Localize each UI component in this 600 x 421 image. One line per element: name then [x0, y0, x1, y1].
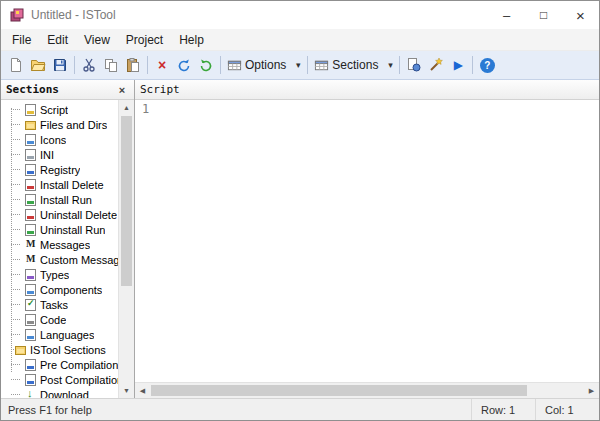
- scroll-left-icon[interactable]: [135, 383, 150, 398]
- tree-item-files-and-dirs[interactable]: Files and Dirs: [1, 117, 118, 132]
- tree-item-label: ISTool Sections: [30, 344, 106, 356]
- tree-item-install-run[interactable]: Install Run: [1, 192, 118, 207]
- menu-item-file[interactable]: File: [4, 29, 39, 50]
- toolbar-separator: [399, 56, 400, 74]
- tree-item-messages[interactable]: Messages: [1, 237, 118, 252]
- tree-item-tasks[interactable]: Tasks: [1, 297, 118, 312]
- sections-panel-title: Sections: [6, 83, 59, 96]
- save-button[interactable]: [49, 54, 71, 76]
- options-grid-icon: [227, 58, 242, 73]
- tree-item-label: Download: [40, 389, 89, 399]
- tree-item-pre-compilation-s[interactable]: Pre Compilation S: [1, 357, 118, 372]
- code-icon: [25, 314, 36, 326]
- sections-dropdown-caret[interactable]: [384, 54, 396, 76]
- menu-item-view[interactable]: View: [76, 29, 118, 50]
- menu-item-project[interactable]: Project: [118, 29, 171, 50]
- close-button[interactable]: [562, 1, 599, 29]
- delete-icon: ×: [158, 58, 166, 72]
- editor-horizontal-scrollbar[interactable]: [135, 382, 599, 398]
- panel-close-icon[interactable]: [115, 84, 129, 96]
- title-bar: Untitled - ISTool: [1, 1, 599, 29]
- script-editor-panel: Script 1: [135, 80, 599, 398]
- post-compile-icon: [25, 374, 36, 386]
- run-setup-button[interactable]: [447, 54, 469, 76]
- tree-item-label: Types: [40, 269, 69, 281]
- tree-item-label: Install Run: [40, 194, 92, 206]
- help-button[interactable]: [476, 54, 498, 76]
- scroll-down-icon[interactable]: [119, 383, 134, 398]
- tree-item-download[interactable]: Download: [1, 387, 118, 398]
- install-delete-icon: [25, 179, 36, 191]
- tree-item-label: Post Compilation: [40, 374, 118, 386]
- scrollbar-thumb[interactable]: [151, 385, 527, 396]
- delete-button[interactable]: ×: [151, 54, 173, 76]
- tree-item-istool-sections[interactable]: ISTool Sections: [1, 342, 118, 357]
- menu-item-help[interactable]: Help: [171, 29, 212, 50]
- tree-item-post-compilation[interactable]: Post Compilation: [1, 372, 118, 387]
- cut-button[interactable]: [78, 54, 100, 76]
- tree-item-label: Tasks: [40, 299, 68, 311]
- save-icon: [52, 57, 68, 73]
- menu-item-edit[interactable]: Edit: [39, 29, 76, 50]
- options-dropdown-caret[interactable]: [292, 54, 304, 76]
- cut-icon: [81, 57, 97, 73]
- sections-panel: Sections ScriptFiles and DirsIconsINIReg…: [1, 80, 135, 398]
- undo-button[interactable]: [173, 54, 195, 76]
- scrollbar-thumb[interactable]: [121, 116, 132, 286]
- sections-button-label: Sections: [332, 58, 378, 72]
- tree-item-custom-message[interactable]: Custom Message: [1, 252, 118, 267]
- app-icon: [9, 7, 25, 23]
- toolbar-separator: [220, 56, 221, 74]
- undo-icon: [176, 57, 192, 73]
- tree-item-code[interactable]: Code: [1, 312, 118, 327]
- new-icon: [8, 57, 24, 73]
- copy-button[interactable]: [100, 54, 122, 76]
- new-button[interactable]: [5, 54, 27, 76]
- tree-item-registry[interactable]: Registry: [1, 162, 118, 177]
- tree-item-types[interactable]: Types: [1, 267, 118, 282]
- toolbar: × Options: [1, 51, 599, 80]
- copy-icon: [103, 57, 119, 73]
- main-area: Sections ScriptFiles and DirsIconsINIReg…: [1, 80, 599, 398]
- tree-item-label: Uninstall Run: [40, 224, 105, 236]
- tree-item-label: Code: [40, 314, 66, 326]
- editor-header: Script: [135, 80, 599, 100]
- paste-button[interactable]: [122, 54, 144, 76]
- pre-compile-icon: [25, 359, 36, 371]
- status-row-indicator: Row: 1: [471, 399, 535, 420]
- install-run-icon: [25, 194, 36, 206]
- redo-button[interactable]: [195, 54, 217, 76]
- icons-icon: [25, 134, 36, 146]
- ini-icon: [25, 149, 36, 161]
- tree-item-script[interactable]: Script: [1, 102, 118, 117]
- test-compile-button[interactable]: [425, 54, 447, 76]
- minimize-button[interactable]: [488, 1, 525, 29]
- tree-item-install-delete[interactable]: Install Delete: [1, 177, 118, 192]
- open-button[interactable]: [27, 54, 49, 76]
- tree-item-components[interactable]: Components: [1, 282, 118, 297]
- toolbar-separator: [472, 56, 473, 74]
- compile-button[interactable]: [403, 54, 425, 76]
- sections-grid-icon: [314, 58, 329, 73]
- sections-button[interactable]: Sections: [311, 54, 384, 76]
- messages-icon: [25, 239, 36, 251]
- sidebar-vertical-scrollbar[interactable]: [118, 100, 134, 398]
- menu-bar: FileEditViewProjectHelp: [1, 29, 599, 51]
- tree-item-uninstall-run[interactable]: Uninstall Run: [1, 222, 118, 237]
- tree-item-ini[interactable]: INI: [1, 147, 118, 162]
- status-col-indicator: Col: 1: [535, 399, 599, 420]
- tree-item-languages[interactable]: Languages: [1, 327, 118, 342]
- script-editor[interactable]: 1: [135, 100, 599, 382]
- tree-item-uninstall-delete[interactable]: Uninstall Delete: [1, 207, 118, 222]
- types-icon: [25, 269, 36, 281]
- tree-item-label: Icons: [40, 134, 66, 146]
- toolbar-separator: [307, 56, 308, 74]
- redo-icon: [198, 57, 214, 73]
- tree-item-icons[interactable]: Icons: [1, 132, 118, 147]
- scroll-right-icon[interactable]: [584, 383, 599, 398]
- options-button[interactable]: Options: [224, 54, 292, 76]
- maximize-button[interactable]: [525, 1, 562, 29]
- custom-message-icon: [25, 254, 36, 266]
- run-icon: [454, 59, 463, 71]
- scroll-up-icon[interactable]: [119, 100, 134, 115]
